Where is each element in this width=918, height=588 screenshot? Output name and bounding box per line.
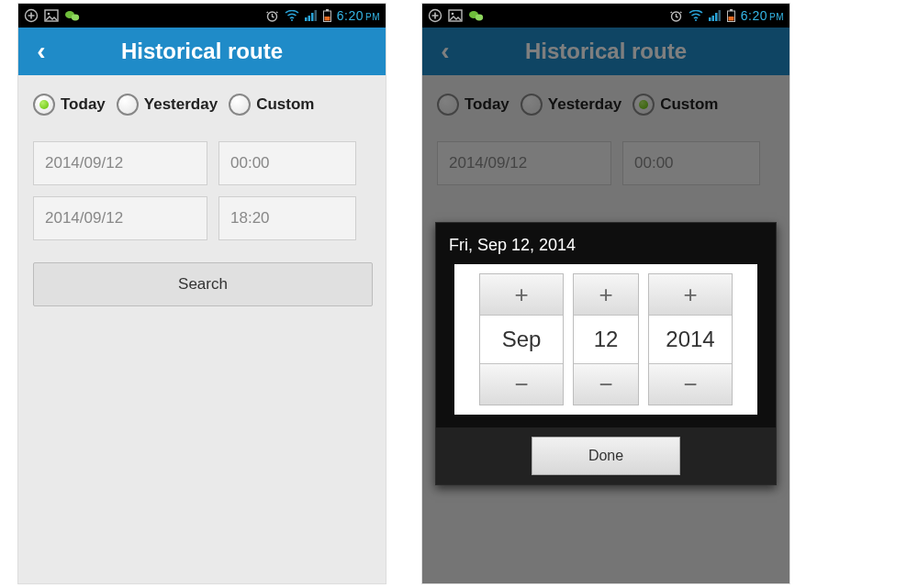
svg-point-4 [72,15,79,21]
year-picker: + 2014 − [648,273,733,405]
picker-row: + Sep − + 12 − + 2014 − [454,264,757,415]
date-picker-dialog: Fri, Sep 12, 2014 + Sep − + 12 − + 2014 … [435,222,777,485]
month-decrement-button[interactable]: − [480,363,563,405]
alarm-icon [265,9,279,23]
status-bar: 6:20PM [18,4,386,28]
month-increment-button[interactable]: + [480,274,563,316]
svg-rect-24 [718,10,721,21]
signal-icon [709,10,722,21]
radio-yesterday[interactable]: Yesterday [117,94,218,116]
year-value[interactable]: 2014 [649,316,732,363]
start-date-field[interactable]: 2014/09/12 [33,141,207,185]
day-increment-button[interactable]: + [574,274,638,316]
svg-rect-27 [728,17,733,21]
page-title: Historical route [18,39,386,64]
end-date-field[interactable]: 2014/09/12 [33,196,207,240]
add-circle-icon [428,8,442,23]
svg-rect-13 [324,17,330,21]
day-decrement-button[interactable]: − [574,363,638,405]
radio-dot-icon [229,94,251,116]
radio-label: Today [61,95,106,114]
wifi-icon [285,10,299,21]
svg-point-6 [291,19,293,21]
end-time-field[interactable]: 18:20 [218,196,356,240]
start-time-field[interactable]: 00:00 [218,141,356,185]
svg-point-16 [452,13,454,16]
image-icon [448,9,463,22]
battery-icon [323,9,331,22]
svg-rect-9 [311,13,314,21]
dialog-footer: Done [436,427,776,484]
status-left [428,8,485,23]
radio-today[interactable]: Today [33,94,106,116]
battery-icon [727,9,735,22]
month-value[interactable]: Sep [480,316,563,363]
svg-rect-10 [314,10,317,21]
wifi-icon [688,10,703,21]
phone-screen-1: 6:20PM ‹ Historical route Today Yesterda… [18,4,386,583]
radio-group: Today Yesterday Custom [33,94,371,116]
date-time-fields: 2014/09/12 00:00 2014/09/12 18:20 [33,141,371,240]
add-circle-icon [24,8,39,23]
svg-point-18 [476,15,483,21]
status-time: 6:20PM [741,8,784,23]
day-value[interactable]: 12 [574,316,638,363]
image-icon [44,9,59,22]
year-increment-button[interactable]: + [649,274,732,316]
svg-rect-7 [305,17,308,21]
search-button[interactable]: Search [33,262,373,306]
app-bar: ‹ Historical route [18,28,386,75]
signal-icon [305,10,318,21]
year-decrement-button[interactable]: − [649,363,732,405]
radio-dot-icon [33,94,55,116]
svg-rect-21 [709,17,711,21]
month-picker: + Sep − [479,273,564,405]
content-area: Today Yesterday Custom 2014/09/12 00:00 … [18,75,386,325]
svg-rect-23 [715,13,718,21]
alarm-icon [669,9,683,23]
done-button[interactable]: Done [532,437,680,475]
svg-point-2 [48,13,50,16]
wechat-icon [468,9,485,22]
status-bar: 6:20PM [422,4,789,28]
svg-point-20 [695,19,697,21]
day-picker: + 12 − [573,273,639,405]
radio-label: Yesterday [144,95,218,114]
radio-custom[interactable]: Custom [229,94,314,116]
radio-label: Custom [256,95,314,114]
status-time: 6:20PM [337,8,380,23]
svg-rect-22 [711,16,714,21]
phone-screen-2: 6:20PM ‹ Historical route Today Yesterda… [422,4,789,583]
status-right: 6:20PM [669,8,784,23]
wechat-icon [64,9,81,22]
status-left [24,8,81,23]
svg-rect-8 [308,16,310,21]
radio-dot-icon [117,94,139,116]
status-right: 6:20PM [265,8,380,23]
dialog-title: Fri, Sep 12, 2014 [436,223,776,264]
